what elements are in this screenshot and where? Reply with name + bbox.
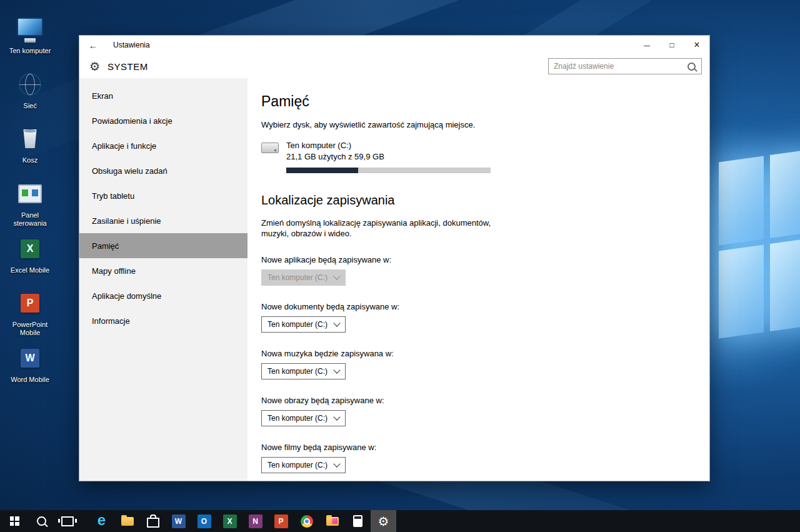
- back-button[interactable]: ←: [79, 36, 107, 54]
- dropdown-value: Ten komputer (C:): [268, 461, 328, 469]
- desktop-icon-label: Sieć: [6, 102, 54, 110]
- documents-location-dropdown[interactable]: Ten komputer (C:): [261, 316, 346, 333]
- chevron-down-icon: [333, 367, 340, 374]
- desktop-icon-label: Panel sterowania: [6, 211, 54, 228]
- excel-icon: X: [223, 514, 237, 528]
- sidebar-item-pamiec[interactable]: Pamięć: [79, 233, 248, 258]
- desktop-icon-network[interactable]: Sieć: [6, 70, 54, 110]
- gear-icon: ⚙: [89, 59, 100, 73]
- desktop-icon-control-panel[interactable]: Panel sterowania: [6, 179, 54, 228]
- chevron-down-icon: [333, 461, 340, 468]
- sidebar-item-aplikacje-i-funkcje[interactable]: Aplikacje i funkcje: [79, 133, 248, 158]
- desktop-icon-recycle-bin[interactable]: Kosz: [6, 124, 54, 164]
- taskbar-store[interactable]: [140, 510, 166, 532]
- section-subtitle: Wybierz dysk, aby wyświetlić zawartość z…: [261, 120, 691, 129]
- window-title: Ustawienia: [113, 41, 634, 49]
- drive-item[interactable]: Ten komputer (C:) 21,1 GB użytych z 59,9…: [261, 141, 691, 161]
- page-title: SYSTEM: [108, 61, 548, 72]
- maximize-button[interactable]: □: [659, 36, 684, 54]
- dropdown-value: Ten komputer (C:): [268, 273, 328, 282]
- sidebar: Ekran Powiadomienia i akcje Aplikacje i …: [79, 78, 248, 481]
- titlebar: ← Ustawienia — □ ×: [79, 36, 709, 54]
- hard-drive-icon: [261, 143, 279, 153]
- dropdown-label: Nowe dokumenty będą zapisywane w:: [261, 302, 691, 311]
- drive-usage-bar: [286, 168, 491, 173]
- taskbar-calculator[interactable]: [345, 510, 371, 532]
- search-icon: [37, 516, 46, 526]
- desktop-icon-label: Ten komputer: [6, 47, 54, 55]
- sidebar-item-tryb-tabletu[interactable]: Tryb tabletu: [79, 183, 248, 208]
- drive-name: Ten komputer (C:): [286, 141, 384, 150]
- word-icon: W: [21, 349, 39, 368]
- word-icon: W: [172, 514, 186, 528]
- sidebar-item-powiadomienia[interactable]: Powiadomienia i akcje: [79, 108, 248, 133]
- minimize-button[interactable]: —: [634, 36, 659, 54]
- pictures-location-dropdown[interactable]: Ten komputer (C:): [261, 410, 346, 426]
- file-explorer-icon: [121, 517, 134, 526]
- taskbar-outlook[interactable]: O: [191, 510, 217, 532]
- music-location-dropdown[interactable]: Ten komputer (C:): [261, 363, 346, 379]
- folder-icon: [326, 517, 339, 526]
- search-input[interactable]: [548, 58, 702, 74]
- powerpoint-icon: P: [274, 514, 288, 528]
- dropdown-value: Ten komputer (C:): [268, 320, 328, 329]
- dropdown-group-videos: Nowe filmy będą zapisywane w: Ten komput…: [261, 443, 691, 473]
- taskbar: e W O X N P ⚙: [0, 510, 800, 532]
- sidebar-item-mapy-offline[interactable]: Mapy offline: [79, 258, 248, 283]
- sidebar-item-ekran[interactable]: Ekran: [79, 83, 248, 108]
- dropdown-label: Nowa muzyka będzie zapisywana w:: [261, 349, 691, 358]
- close-button[interactable]: ×: [684, 36, 709, 54]
- chevron-down-icon: [333, 273, 340, 280]
- network-globe-icon: [19, 73, 41, 96]
- gear-icon: ⚙: [378, 515, 389, 528]
- dropdown-label: Nowe obrazy będą zapisywane w:: [261, 396, 691, 405]
- calculator-icon: [353, 515, 362, 527]
- back-arrow-icon: ←: [89, 40, 98, 51]
- dropdown-value: Ten komputer (C:): [268, 414, 328, 423]
- sidebar-item-aplikacje-domyslne[interactable]: Aplikacje domyślne: [79, 283, 248, 308]
- desktop-icon-excel-mobile[interactable]: X Excel Mobile: [6, 234, 54, 274]
- taskbar-folder[interactable]: [319, 510, 345, 532]
- windows-logo-icon: [10, 516, 19, 526]
- taskbar-search-button[interactable]: [29, 510, 54, 532]
- drive-usage-fill: [286, 168, 358, 173]
- search-icon: [688, 63, 696, 71]
- desktop-icon-label: PowerPoint Mobile: [6, 321, 54, 337]
- edge-icon: e: [98, 513, 106, 528]
- dropdown-label: Nowe filmy będą zapisywane w:: [261, 443, 691, 452]
- taskbar-file-explorer[interactable]: [114, 510, 140, 532]
- taskbar-chrome[interactable]: [294, 510, 319, 532]
- taskbar-onenote[interactable]: N: [242, 510, 268, 532]
- settings-window: ← Ustawienia — □ × ⚙ SYSTEM Ekran Powiad…: [79, 35, 710, 481]
- onenote-icon: N: [249, 514, 262, 528]
- sidebar-item-zasilanie[interactable]: Zasilanie i uśpienie: [79, 208, 248, 233]
- desktop-icon-label: Word Mobile: [6, 376, 54, 384]
- store-icon: [147, 518, 159, 528]
- computer-icon: [17, 18, 43, 36]
- desktop-icon-label: Kosz: [6, 156, 54, 164]
- task-view-button[interactable]: [54, 510, 80, 532]
- start-button[interactable]: [0, 510, 29, 532]
- dropdown-group-music: Nowa muzyka będzie zapisywana w: Ten kom…: [261, 349, 691, 379]
- taskbar-word[interactable]: W: [166, 510, 191, 532]
- taskbar-settings-active[interactable]: ⚙: [371, 510, 396, 532]
- desktop-icon-this-pc[interactable]: Ten komputer: [6, 15, 54, 55]
- sidebar-item-obsluga-wielu-zadan[interactable]: Obsługa wielu zadań: [79, 158, 248, 183]
- chevron-down-icon: [333, 320, 340, 327]
- windows-hero-logo: [719, 148, 800, 342]
- taskbar-edge[interactable]: e: [89, 510, 114, 532]
- control-panel-icon: [18, 184, 42, 203]
- excel-icon: X: [21, 239, 39, 258]
- window-header: ⚙ SYSTEM: [79, 54, 709, 78]
- save-locations-title: Lokalizacje zapisywania: [261, 193, 691, 208]
- taskbar-excel[interactable]: X: [217, 510, 242, 532]
- videos-location-dropdown[interactable]: Ten komputer (C:): [261, 457, 346, 473]
- desktop-icon-word-mobile[interactable]: W Word Mobile: [6, 344, 54, 384]
- sidebar-item-informacje[interactable]: Informacje: [79, 308, 248, 333]
- taskbar-powerpoint[interactable]: P: [268, 510, 294, 532]
- recycle-bin-icon: [22, 129, 38, 148]
- desktop-icon-label: Excel Mobile: [6, 266, 54, 274]
- desktop-icon-powerpoint-mobile[interactable]: P PowerPoint Mobile: [6, 289, 54, 337]
- drive-usage-text: 21,1 GB użytych z 59,9 GB: [286, 152, 384, 161]
- dropdown-group-documents: Nowe dokumenty będą zapisywane w: Ten ko…: [261, 302, 691, 333]
